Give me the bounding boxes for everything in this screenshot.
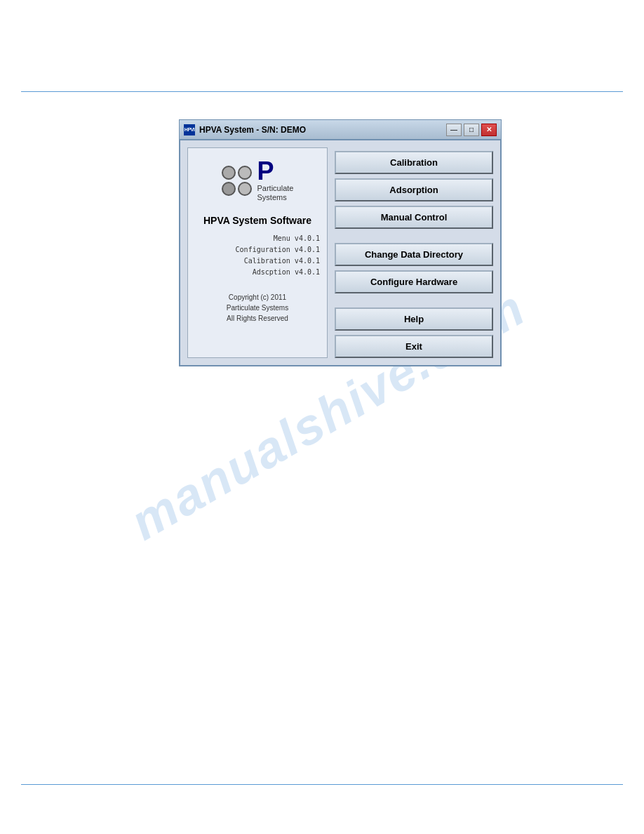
logo-circle-tr [238,166,252,180]
version-info: Menu v4.0.1Configuration v4.0.1Calibrati… [195,233,320,278]
minimize-button[interactable]: — [446,124,462,136]
right-panel: CalibrationAdsorptionManual ControlChang… [335,147,493,358]
help-button[interactable]: Help [335,307,493,331]
logo-circle-bl [222,182,236,196]
exit-button[interactable]: Exit [335,335,493,358]
manual-control-button[interactable]: Manual Control [335,206,493,229]
app-icon: HPVI [184,124,195,135]
version-line: Adscption v4.0.1 [195,267,320,278]
logo-circle-tl [222,166,236,180]
logo-text: P Particulate Systems [257,159,294,202]
window-controls: — □ ✕ [446,124,497,136]
title-bar: HPVI HPVA System - S/N: DEMO — □ ✕ [179,119,502,139]
bottom-divider [21,784,623,785]
restore-button[interactable]: □ [464,124,479,136]
software-title: HPVA System Software [203,215,311,226]
close-button[interactable]: ✕ [481,124,497,136]
change-data-directory-button[interactable]: Change Data Directory [335,243,493,266]
window-title: HPVA System - S/N: DEMO [199,125,446,135]
version-line: Menu v4.0.1 [195,233,320,244]
logo-subtitle-line2: Systems [257,193,294,202]
logo-circles [222,166,252,196]
application-window: HPVI HPVA System - S/N: DEMO — □ ✕ [179,119,502,366]
window-body: P Particulate Systems HPVA System Softwa… [179,139,502,366]
configure-hardware-button[interactable]: Configure Hardware [335,270,493,293]
logo-letter: P [257,159,294,184]
logo-subtitle-line1: Particulate [257,184,294,193]
logo-circle-br [238,182,252,196]
version-line: Configuration v4.0.1 [195,244,320,256]
version-line: Calibration v4.0.1 [195,256,320,267]
top-divider [21,91,623,92]
button-spacer [335,298,493,303]
calibration-button[interactable]: Calibration [335,151,493,174]
logo-area: P Particulate Systems [222,159,294,202]
button-spacer [335,233,493,239]
left-panel: P Particulate Systems HPVA System Softwa… [187,147,328,358]
copyright-info: Copyright (c) 2011 Particulate Systems A… [227,292,288,324]
adsorption-button[interactable]: Adsorption [335,178,493,201]
